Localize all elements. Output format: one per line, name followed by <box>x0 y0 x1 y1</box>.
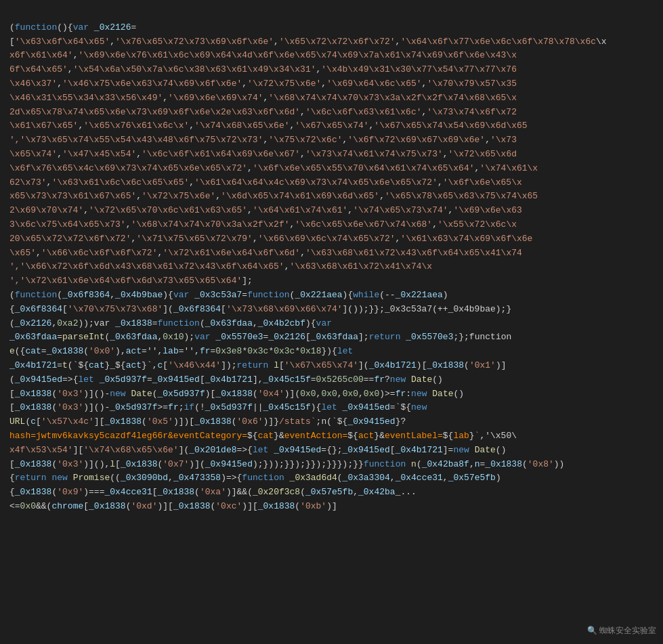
code-line-20: (function(_0x6f8364,_0x4b9bae){var _0x3c… <box>9 290 448 300</box>
code-line-34: {_0x1838('0x9')===_0x4cce31[_0x1838('0xa… <box>9 487 416 497</box>
code-line-11: \x6f\x76\x65\x4c\x69\x73\x74\x65\x6e\x65… <box>9 163 538 173</box>
code-line-5: \x46\x37','\x46\x75\x6e\x63\x74\x69\x6f\… <box>9 79 517 89</box>
code-line-27: [_0x1838('0x3')]()-new Date(_0x5d937f)[_… <box>9 389 464 399</box>
code-line-14: 2\x69\x70\x74','\x72\x65\x70\x6c\x61\x63… <box>9 205 522 215</box>
code-line-17: \x65','\x66\x6c\x6f\x6f\x72','\x72\x61\x… <box>9 248 522 258</box>
code-line-8: \x61\x67\x65','\x65\x76\x61\x6c\x','\x74… <box>9 121 528 131</box>
code-line-4: 6f\x64\x65','\x54\x6a\x50\x7a\x6c\x38\x6… <box>9 64 517 74</box>
code-line-22: (_0x2126,0xa2));var _0x1838=function(_0x… <box>9 318 332 328</box>
code-line-26: (_0x9415ed=>{let _0x5d937f=_0x9415ed[_0x… <box>9 374 443 385</box>
code-line-2: ['\x63\x6f\x64\x65','\x76\x65\x72\x73\x6… <box>9 37 607 47</box>
code-line-32: [_0x1838('0x3')](),l[_0x1838('0x7')](_0x… <box>9 459 564 469</box>
code-line-3: x6f\x61\x64','\x69\x6e\x76\x61\x6c\x69\x… <box>9 50 517 60</box>
code-line-15: 3\x6c\x75\x64\x65\x73','\x68\x74\x74\x70… <box>9 219 517 230</box>
code-line-28: [_0x1838('0x3')]()-_0x5d937f>=fr;if(!_0x… <box>9 402 427 412</box>
code-line-35: <=0x0&&(chrome[_0x1838('0xd')][_0x1838('… <box>9 501 337 511</box>
code-line-10: \x65\x74','\x47\x45\x54','\x6c\x6f\x61\x… <box>9 149 517 159</box>
code-line-18: ','\x66\x72\x6f\x6d\x43\x68\x61\x72\x43\… <box>9 261 432 272</box>
code-line-23: _0x63fdaa=parseInt(_0x63fdaa,0x10);var _… <box>9 332 511 342</box>
code-line-25: _0x4b1721=t(`${cat}_${act}`,c['\x46\x44'… <box>9 360 507 370</box>
watermark: 🔍 蜘蛛安全实验室 <box>587 624 656 637</box>
code-line-30: hash=jwtmv6kavksy5cazdf4leg66r&eventCate… <box>9 431 517 441</box>
code-line-24: e({cat=_0x1838('0x0'),act='',lab='',fr=0… <box>9 346 353 356</box>
code-line-29: URL(c['\x57\x4c'][_0x1838('0x5')])[_0x18… <box>9 416 406 427</box>
code-line-9: ','\x73\x65\x74\x55\x54\x43\x48\x6f\x75\… <box>9 135 517 145</box>
code-line-16: 20\x65\x72\x72\x6f\x72','\x71\x75\x65\x7… <box>9 234 532 244</box>
code-line-33: {return new Promise((_0x3090bd,_0x473358… <box>9 473 501 483</box>
code-line-31: x4f\x53\x54']['\x74\x68\x65\x6e'](_0x201… <box>9 445 506 455</box>
code-line-12: 62\x73','\x63\x61\x6c\x6c\x65\x65','\x61… <box>9 177 522 188</box>
code-viewer: (function(){var _0x2126= ['\x63\x6f\x64\… <box>0 0 663 644</box>
code-line-19: ','\x72\x61\x6e\x64\x6f\x6d\x73\x65\x65\… <box>9 276 253 286</box>
code-line-1: (function(){var _0x2126= <box>9 22 136 33</box>
code-line-6: \x46\x31\x55\x34\x33\x56\x49','\x69\x6e\… <box>9 93 517 103</box>
code-line-7: 2d\x65\x78\x74\x65\x6e\x73\x69\x6f\x6e\x… <box>9 107 517 117</box>
code-line-13: x65\x73\x73\x61\x67\x65','\x72\x75\x6e',… <box>9 191 538 201</box>
code-line-21: {_0x6f8364['\x70\x75\x73\x68'](_0x6f8364… <box>9 304 511 314</box>
